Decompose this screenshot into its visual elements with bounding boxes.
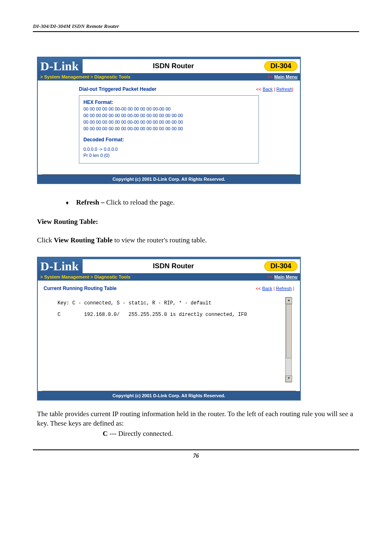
refresh-link[interactable]: Refresh bbox=[276, 286, 292, 291]
panel-header: D-Link ISDN Router DI-304 bbox=[38, 58, 300, 73]
hex-line-2: 00 00 00 00 00 00 00 00-00 00 00 00 00 0… bbox=[83, 113, 254, 119]
panel-body: Dial-out Triggered Packet Header << Back… bbox=[38, 81, 300, 174]
panel-title: ISDN Router bbox=[83, 258, 264, 273]
back-prefix: << bbox=[256, 286, 262, 291]
para-bold: View Routing Table bbox=[54, 236, 113, 244]
mainmenu-link[interactable]: Main Menu bbox=[274, 274, 297, 279]
view-routing-para: Click View Routing Table to view the rou… bbox=[37, 236, 355, 245]
refresh-link[interactable]: Refresh bbox=[277, 87, 293, 92]
bullet-rest: Click to reload the page. bbox=[106, 198, 175, 206]
hex-line-0: 00 00 00 00 00 00-00 00 00 00 00 00-00 0… bbox=[83, 106, 254, 113]
model-badge-wrap: DI-304 bbox=[264, 58, 300, 73]
section-links: << Back | Refresh | bbox=[256, 286, 294, 291]
model-badge-wrap: DI-304 bbox=[264, 258, 300, 273]
scroll-up-icon[interactable]: ▲ bbox=[286, 297, 292, 304]
model-badge: DI-304 bbox=[264, 261, 297, 271]
section-row: Current Running Routing Table << Back | … bbox=[41, 284, 297, 295]
scroll-thumb[interactable] bbox=[286, 304, 292, 358]
routing-box: Key: C - connected, S - static, R - RIP,… bbox=[50, 297, 292, 382]
back-link[interactable]: Back bbox=[262, 286, 272, 291]
mainmenu-wrap: << Main Menu bbox=[267, 274, 297, 279]
breadcrumb-row: > System Management > Diagnostic Tools <… bbox=[38, 73, 300, 81]
mainmenu-prefix: << bbox=[267, 74, 274, 79]
bullet-text: Refresh – Click to reload the page. bbox=[76, 198, 175, 207]
decoded-line-1: Pr 0 len 0 (0) bbox=[83, 152, 254, 159]
back-link[interactable]: Back bbox=[263, 87, 272, 92]
dlink-logo: D-Link bbox=[38, 258, 83, 273]
key-bold: C bbox=[103, 430, 108, 438]
breadcrumb: > System Management > Diagnostic Tools bbox=[40, 74, 130, 79]
mainmenu-prefix: << bbox=[267, 274, 274, 279]
back-prefix: << bbox=[256, 87, 263, 92]
routing-output: Key: C - connected, S - static, R - RIP,… bbox=[50, 297, 292, 382]
bullet-icon: ♦ bbox=[66, 198, 69, 207]
section-links: << Back | Refresh| bbox=[256, 87, 293, 92]
hex-line-4: 00 00 00 00 00 00 00 00-00 00 00 00 00 0… bbox=[83, 126, 254, 132]
para-post: to view the router's routing table. bbox=[113, 236, 207, 244]
view-routing-heading: View Routing Table: bbox=[37, 217, 355, 227]
hex-line-3: 00 00 00 00 00 00 00 00-00 00 00 00 00 0… bbox=[83, 119, 254, 126]
decoded-line-0: 0.0.0.0 -> 0.0.0.0 bbox=[83, 146, 254, 153]
key-rest: --- Directly connected. bbox=[108, 430, 173, 438]
dlink-logo: D-Link bbox=[38, 58, 83, 73]
model-badge: DI-304 bbox=[264, 61, 297, 71]
mainmenu-link[interactable]: Main Menu bbox=[274, 74, 297, 79]
link-sep: | bbox=[273, 87, 277, 92]
hex-box: HEX Format: 00 00 00 00 00 00-00 00 00 0… bbox=[79, 95, 259, 164]
decoded-label: Decoded Format: bbox=[83, 136, 254, 143]
running-header: DI-304/DI-304M ISDN Remote Router bbox=[33, 23, 359, 32]
section-title: Dial-out Triggered Packet Header bbox=[79, 86, 157, 92]
scrollbar[interactable]: ▲ ▼ bbox=[285, 297, 292, 382]
mainmenu-wrap: << Main Menu bbox=[267, 74, 297, 79]
panel-header: D-Link ISDN Router DI-304 bbox=[38, 258, 300, 273]
panel-body: Current Running Routing Table << Back | … bbox=[38, 281, 300, 391]
page-number: 76 bbox=[33, 449, 359, 459]
panel-footer: Copyright (c) 2001 D-Link Corp. All Righ… bbox=[38, 391, 300, 400]
routing-explain: The table provides current IP routing in… bbox=[37, 410, 355, 428]
bullet-bold: Refresh – bbox=[76, 198, 106, 206]
body-text-a: ♦ Refresh – Click to reload the page. Vi… bbox=[37, 192, 355, 245]
section-row: Dial-out Triggered Packet Header << Back… bbox=[42, 85, 296, 95]
scroll-down-icon[interactable]: ▼ bbox=[286, 375, 292, 382]
section-title: Current Running Routing Table bbox=[44, 286, 117, 291]
body-text-b: The table provides current IP routing in… bbox=[37, 410, 355, 439]
hex-label: HEX Format: bbox=[83, 99, 254, 106]
breadcrumb: > System Management > Diagnostic Tools bbox=[40, 274, 130, 279]
trailing-bar: | bbox=[292, 286, 294, 291]
link-sep: | bbox=[272, 286, 276, 291]
breadcrumb-row: > System Management > Diagnostic Tools <… bbox=[38, 273, 300, 281]
dialout-panel: D-Link ISDN Router DI-304 > System Manag… bbox=[37, 57, 301, 184]
routing-table-panel: D-Link ISDN Router DI-304 > System Manag… bbox=[37, 257, 301, 401]
trailing-bar: | bbox=[292, 87, 293, 92]
panel-footer: Copyright (c) 2001 D-Link Corp. All Righ… bbox=[38, 175, 300, 183]
para-pre: Click bbox=[37, 236, 54, 244]
key-line: C --- Directly connected. bbox=[37, 429, 355, 439]
panel-title: ISDN Router bbox=[83, 58, 264, 73]
